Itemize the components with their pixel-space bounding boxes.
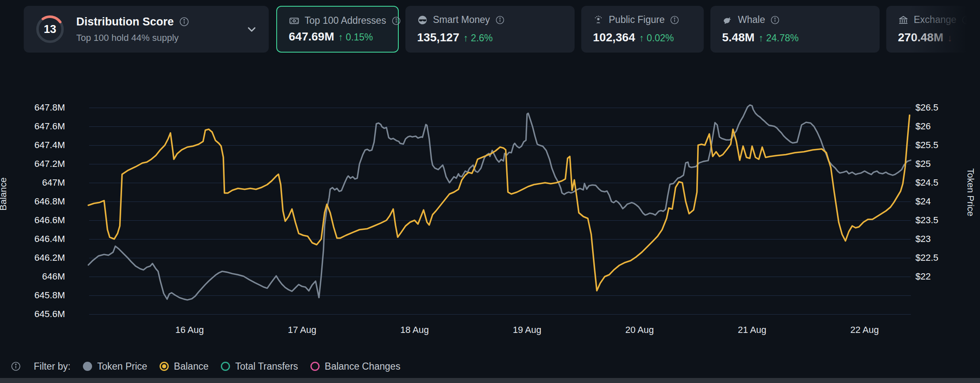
filter-label: Filter by: xyxy=(34,361,70,372)
balance-tick: 647.4M xyxy=(15,140,65,151)
card-title: Top 100 Addresses xyxy=(305,15,386,26)
card-value: 135,127 xyxy=(417,31,459,44)
public-figure-icon xyxy=(593,15,604,25)
up-arrow-icon: ↑ xyxy=(759,33,764,43)
token-analytics-dashboard: { "header": { "distribution": { "score":… xyxy=(0,0,980,383)
date-tick: 17 Aug xyxy=(288,325,317,335)
card-change: ↑ 0.02% xyxy=(639,33,674,44)
balance-tick: 647.2M xyxy=(15,159,65,169)
legend-balance[interactable]: Balance xyxy=(160,361,208,372)
balance-tick: 647.6M xyxy=(15,121,65,132)
chevron-down-icon[interactable] xyxy=(245,23,258,35)
legend-label: Token Price xyxy=(97,361,147,372)
date-tick: 22 Aug xyxy=(850,325,879,335)
legend-total-transfers[interactable]: Total Transfers xyxy=(221,361,298,372)
card-change: ↓ xyxy=(948,33,952,44)
legend-balance-changes[interactable]: Balance Changes xyxy=(310,361,400,372)
date-tick: 20 Aug xyxy=(625,325,654,335)
balance-tick: 646.6M xyxy=(15,215,65,226)
price-tick: $24.5 xyxy=(915,177,938,188)
distribution-score-gauge: 13 xyxy=(35,14,65,45)
balance-tick: 645.6M xyxy=(15,309,65,320)
legend-label: Balance xyxy=(174,361,208,372)
balance-marker-icon xyxy=(160,362,169,371)
down-arrow-icon: ↓ xyxy=(948,33,952,43)
token-price-marker-icon xyxy=(83,362,92,371)
card-title: Exchange xyxy=(914,14,956,25)
distribution-score-subtitle: Top 100 hold 44% supply xyxy=(76,33,190,43)
legend-token-price[interactable]: Token Price xyxy=(83,361,147,372)
price-tick: $25 xyxy=(915,159,931,169)
smart-money-icon xyxy=(417,15,428,25)
total-transfers-marker-icon xyxy=(221,362,230,371)
up-arrow-icon: ↑ xyxy=(463,33,468,43)
price-tick: $23.5 xyxy=(915,215,938,226)
balance-changes-marker-icon xyxy=(310,362,320,371)
info-icon[interactable] xyxy=(770,15,780,25)
price-tick: $22.5 xyxy=(915,252,938,263)
info-icon[interactable] xyxy=(961,15,971,25)
card-change: ↑ 24.78% xyxy=(759,33,799,44)
up-arrow-icon: ↑ xyxy=(639,33,644,43)
price-tick: $22 xyxy=(915,271,931,282)
price-tick: $25.5 xyxy=(915,140,938,151)
info-icon[interactable] xyxy=(391,16,401,26)
price-tick: $23 xyxy=(915,234,931,244)
balance-tick: 647M xyxy=(15,177,65,188)
banknote-icon xyxy=(289,15,300,26)
date-tick: 16 Aug xyxy=(175,325,204,335)
balance-tick: 646.2M xyxy=(15,252,65,263)
balance-tick: 646M xyxy=(15,271,65,282)
card-title: Whale xyxy=(738,14,765,25)
whale-icon xyxy=(722,15,733,25)
legend-label: Balance Changes xyxy=(325,361,400,372)
card-change: ↑ 2.6% xyxy=(463,33,492,44)
metric-cards-row: Top 100 Addresses 647.69M ↑ 0.15% Smart … xyxy=(276,6,980,53)
price-tick: $26.5 xyxy=(915,102,938,113)
filter-bar: Filter by: Token Price Balance Total Tra… xyxy=(10,357,400,375)
card-exchange[interactable]: Exchange 270.48M ↓ xyxy=(886,6,980,53)
card-value: 647.69M xyxy=(289,30,334,43)
balance-tick: 646.4M xyxy=(15,234,65,244)
card-public-figure[interactable]: Public Figure 102,364 ↑ 0.02% xyxy=(581,6,704,53)
distribution-score-card[interactable]: 13 Distribution Score Top 100 hold 44% s… xyxy=(24,6,269,53)
card-title: Public Figure xyxy=(609,14,665,25)
card-whale[interactable]: Whale 5.48M ↑ 24.78% xyxy=(710,6,880,53)
balance-tick: 647.8M xyxy=(15,102,65,113)
card-value: 102,364 xyxy=(593,31,635,44)
bank-icon xyxy=(898,15,909,25)
price-tick: $24 xyxy=(915,196,931,207)
bottom-section-edge xyxy=(0,378,980,383)
card-change: ↑ 0.15% xyxy=(338,32,373,43)
date-tick: 18 Aug xyxy=(400,325,429,335)
info-icon[interactable] xyxy=(670,15,680,25)
balance-tick: 646.8M xyxy=(15,196,65,207)
balance-axis-title: Balance xyxy=(0,177,9,211)
date-tick: 19 Aug xyxy=(513,325,542,335)
card-value: 270.48M xyxy=(898,31,943,44)
card-value: 5.48M xyxy=(722,31,755,44)
card-smart-money[interactable]: Smart Money 135,127 ↑ 2.6% xyxy=(405,6,575,53)
up-arrow-icon: ↑ xyxy=(338,32,343,43)
token-price-line xyxy=(88,105,911,300)
balance-tick: 645.8M xyxy=(15,290,65,301)
distribution-score-value: 13 xyxy=(35,14,65,45)
price-axis-title: Token Price xyxy=(965,169,976,217)
card-title: Smart Money xyxy=(433,14,490,25)
price-tick: $26 xyxy=(915,121,931,132)
card-top-100-addresses[interactable]: Top 100 Addresses 647.69M ↑ 0.15% xyxy=(276,6,399,53)
info-icon[interactable] xyxy=(495,15,505,25)
info-icon[interactable] xyxy=(10,361,21,372)
legend-label: Total Transfers xyxy=(235,361,298,372)
info-icon[interactable] xyxy=(179,16,190,27)
balance-line xyxy=(88,115,910,291)
distribution-score-title: Distribution Score xyxy=(76,15,174,28)
date-tick: 21 Aug xyxy=(738,325,767,335)
